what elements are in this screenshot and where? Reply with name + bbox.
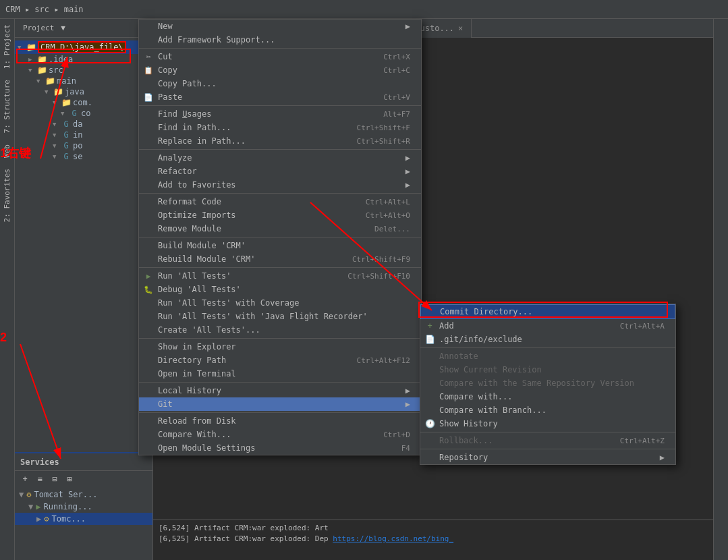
submenu-comparesame-label: Compare with the Same Repository Version (439, 379, 665, 388)
menu-item-open-module-settings[interactable]: Open Module Settings F4 (139, 441, 421, 455)
menu-item-git[interactable]: Git ▶ (139, 397, 421, 411)
tree-item-idea[interactable]: ▶ 📁 .idea (15, 54, 152, 65)
menu-item-run-tests[interactable]: ▶ Run 'All Tests' Ctrl+Shift+F10 (139, 269, 421, 283)
menu-item-compare-with[interactable]: Compare With... Ctrl+D (139, 428, 421, 441)
root-arrow: ▼ (18, 44, 26, 51)
menu-item-open-terminal[interactable]: Open in Terminal (139, 367, 421, 381)
service-layout-btn[interactable]: ⊞ (63, 473, 76, 485)
bottom-log-panel: [6,524] Artifact CRM:war exploded: Art [… (153, 520, 713, 560)
menu-item-cut[interactable]: ✂ Cut Ctrl+X (139, 50, 421, 63)
menu-item-refactor[interactable]: Refactor ▶ (139, 165, 421, 178)
menu-cut-shortcut: Ctrl+X (383, 53, 410, 61)
tree-item-co[interactable]: ▼ G co (15, 108, 152, 119)
submenu-item-compare-branch[interactable]: Compare with Branch... (420, 403, 675, 417)
menu-openterminal-label: Open in Terminal (158, 369, 410, 379)
project-tab-label[interactable]: Project (19, 22, 58, 34)
log-link[interactable]: https://blog.csdn.net/bing_ (333, 534, 453, 543)
service-item-running[interactable]: ▼ ▶ Running... (15, 501, 152, 513)
se-label: se (73, 152, 82, 161)
menu-item-copy[interactable]: 📋 Copy Ctrl+C (139, 63, 421, 77)
service-item-tomcat[interactable]: ▼ ⚙ Tomcat Ser... (15, 488, 152, 501)
menu-git-label: Git (158, 399, 400, 409)
menu-item-analyze[interactable]: Analyze ▶ (139, 151, 421, 165)
po-arrow: ▼ (53, 142, 61, 149)
tree-root-item[interactable]: ▼ 📁 CRM D:\java_file\ (15, 40, 152, 54)
menu-item-find-in-path[interactable]: Find in Path... Ctrl+Shift+F (139, 121, 421, 134)
menu-item-remove-module[interactable]: Remove Module Delet... (139, 222, 421, 235)
menu-rebuild-shortcut: Ctrl+Shift+F9 (352, 255, 410, 264)
menu-item-optimize[interactable]: Optimize Imports Ctrl+Alt+O (139, 208, 421, 222)
tree-item-main[interactable]: ▼ 📁 main (15, 76, 152, 86)
menu-item-rebuild[interactable]: Rebuild Module 'CRM' Ctrl+Shift+F9 (139, 252, 421, 266)
menu-item-new[interactable]: New ▶ (139, 20, 421, 33)
menu-copypath-label: Copy Path... (158, 79, 410, 88)
tree-item-src[interactable]: ▼ 📁 src (15, 65, 152, 76)
menu-paste-shortcut: Ctrl+V (383, 93, 410, 102)
java-label: java (65, 87, 84, 96)
menu-item-local-history[interactable]: Local History ▶ (139, 384, 421, 397)
submenu-item-rollback[interactable]: Rollback... Ctrl+Alt+Z (420, 434, 675, 447)
menu-item-copy-path[interactable]: Copy Path... (139, 77, 421, 90)
tree-item-da[interactable]: ▼ G da (15, 119, 152, 130)
tree-item-in[interactable]: ▼ G in (15, 130, 152, 140)
menu-paste-label: Paste (158, 92, 370, 102)
menu-item-reload[interactable]: Reload from Disk (139, 414, 421, 428)
service-filter-btn[interactable]: ≡ (34, 473, 46, 485)
menu-replaceinpath-label: Replace in Path... (158, 136, 343, 146)
running-label: Running... (43, 502, 92, 511)
menu-reformat-shortcut: Ctrl+Alt+L (366, 198, 410, 206)
submenu-item-show-history[interactable]: 🕐 Show History (420, 417, 675, 430)
menu-item-add-framework[interactable]: Add Framework Support... (139, 33, 421, 47)
submenu-item-show-revision[interactable]: Show Current Revision (420, 363, 675, 376)
running-arrow: ▼ (28, 502, 33, 511)
menu-item-create-tests[interactable]: Create 'All Tests'... (139, 323, 421, 337)
menu-separator-6 (139, 267, 421, 268)
tree-item-com[interactable]: ▼ 📁 com. (15, 97, 152, 108)
service-item-tomc2[interactable]: ▶ ⚙ Tomc... (15, 513, 152, 525)
submenu-item-add[interactable]: + Add Ctrl+Alt+A (420, 319, 675, 333)
project-tree: ▼ 📁 CRM D:\java_file\ ▶ 📁 .idea ▼ 📁 src … (15, 38, 152, 452)
menu-item-find-usages[interactable]: Find Usages Alt+F7 (139, 107, 421, 121)
menu-item-add-favorites[interactable]: Add to Favorites ▶ (139, 178, 421, 192)
menu-comparewith-shortcut: Ctrl+D (383, 430, 410, 439)
da-icon: G (61, 119, 72, 129)
menu-build-label: Build Module 'CRM' (158, 241, 410, 250)
menu-runcoverage-label: Run 'All Tests' with Coverage (158, 298, 410, 308)
submenu-item-commit-dir[interactable]: Commit Directory... (420, 304, 675, 319)
menu-item-paste[interactable]: 📄 Paste Ctrl+V (139, 90, 421, 104)
tab-project[interactable]: 1: Project (1, 19, 13, 74)
tree-item-po[interactable]: ▼ G po (15, 140, 152, 151)
menu-addfav-label: Add to Favorites (158, 180, 400, 190)
submenu-rollback-shortcut: Ctrl+Alt+Z (620, 437, 665, 445)
paste-icon: 📄 (143, 93, 154, 102)
submenu-item-compare-same[interactable]: Compare with the Same Repository Version (420, 376, 675, 390)
submenu-item-gitinfo[interactable]: 📄 .git/info/exclude (420, 333, 675, 346)
tab-favorites[interactable]: 2: Favorites (1, 163, 13, 227)
tree-item-java[interactable]: ▼ 📁 java (15, 86, 152, 97)
menu-reformat-label: Reformat Code (158, 197, 352, 206)
menu-item-run-flight[interactable]: Run 'All Tests' with 'Java Flight Record… (139, 310, 421, 323)
submenu-item-annotate[interactable]: Annotate (420, 349, 675, 363)
tab-structure[interactable]: 7: Structure (1, 74, 13, 138)
menu-runtests-label: Run 'All Tests' (158, 271, 334, 281)
menu-item-reformat[interactable]: Reformat Code Ctrl+Alt+L (139, 195, 421, 208)
gitinfo-icon: 📄 (424, 335, 435, 344)
menu-new-label: New (158, 22, 400, 31)
menu-replaceinpath-shortcut: Ctrl+Shift+R (357, 137, 410, 146)
submenu-item-repository[interactable]: Repository ▶ (420, 451, 675, 464)
tomc2-label: Tomc... (51, 514, 86, 524)
menu-item-dir-path[interactable]: Directory Path Ctrl+Alt+F12 (139, 354, 421, 367)
service-collapse-btn[interactable]: ⊟ (49, 473, 61, 485)
submenu-item-compare-with[interactable]: Compare with... (420, 390, 675, 403)
com-icon: 📁 (61, 98, 72, 107)
menu-item-debug-tests[interactable]: 🐛 Debug 'All Tests' (139, 283, 421, 296)
service-add-btn[interactable]: + (19, 473, 31, 485)
submenu-separator-2 (420, 432, 675, 432)
menu-item-replace-in-path[interactable]: Replace in Path... Ctrl+Shift+R (139, 134, 421, 148)
menu-item-build[interactable]: Build Module 'CRM' (139, 239, 421, 252)
co-arrow: ▼ (61, 110, 69, 117)
menu-item-run-coverage[interactable]: Run 'All Tests' with Coverage (139, 296, 421, 310)
menu-findinpath-shortcut: Ctrl+Shift+F (357, 123, 410, 132)
menu-item-show-explorer[interactable]: Show in Explorer (139, 340, 421, 354)
tree-item-se[interactable]: ▼ G se (15, 151, 152, 162)
